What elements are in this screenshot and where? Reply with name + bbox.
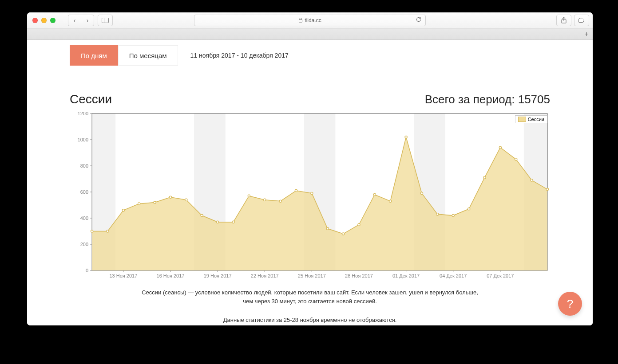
tab-by-days[interactable]: По дням xyxy=(70,45,118,66)
tabs-icon xyxy=(578,17,585,23)
svg-text:25 Ноя 2017: 25 Ноя 2017 xyxy=(298,273,326,278)
svg-point-28 xyxy=(122,209,124,211)
sessions-chart: 02004006008001000120013 Ноя 201716 Ноя 2… xyxy=(70,112,550,280)
svg-point-55 xyxy=(546,188,548,191)
plus-icon: + xyxy=(584,30,588,38)
share-icon xyxy=(561,17,567,24)
svg-point-43 xyxy=(358,223,360,226)
svg-point-37 xyxy=(264,199,266,201)
svg-text:01 Дек 2017: 01 Дек 2017 xyxy=(392,273,420,278)
granularity-tabs: По дням По месяцам 11 ноября 2017 - 10 д… xyxy=(70,45,550,66)
svg-point-51 xyxy=(483,176,486,179)
chart-total: Всего за период: 15705 xyxy=(425,93,550,106)
address-url: tilda.cc xyxy=(305,17,321,23)
svg-point-47 xyxy=(420,192,423,194)
svg-point-49 xyxy=(452,215,454,217)
svg-text:1000: 1000 xyxy=(78,137,89,142)
svg-point-52 xyxy=(499,146,501,149)
svg-point-32 xyxy=(185,199,187,201)
back-button[interactable]: ‹ xyxy=(68,15,81,26)
svg-point-45 xyxy=(389,200,392,202)
svg-rect-2 xyxy=(299,20,302,22)
chart-title: Сессии xyxy=(70,92,112,106)
legend-label: Сессии xyxy=(528,117,544,122)
svg-text:22 Ноя 2017: 22 Ноя 2017 xyxy=(251,273,279,278)
reload-button[interactable] xyxy=(416,16,422,24)
address-bar[interactable]: tilda.cc xyxy=(194,15,426,26)
svg-point-35 xyxy=(232,221,234,223)
svg-point-34 xyxy=(216,221,218,223)
svg-point-50 xyxy=(468,208,470,210)
svg-point-53 xyxy=(515,158,517,160)
sidebar-toggle-button[interactable] xyxy=(98,15,113,26)
svg-point-30 xyxy=(154,201,156,204)
svg-point-46 xyxy=(405,136,407,138)
svg-text:0: 0 xyxy=(86,268,88,273)
svg-text:04 Дек 2017: 04 Дек 2017 xyxy=(440,273,467,278)
lock-icon xyxy=(298,17,303,24)
share-button[interactable] xyxy=(556,15,571,26)
svg-point-31 xyxy=(169,196,171,198)
svg-point-29 xyxy=(138,203,140,205)
svg-point-41 xyxy=(326,227,329,230)
svg-text:07 Дек 2017: 07 Дек 2017 xyxy=(487,273,514,278)
svg-rect-0 xyxy=(102,18,109,23)
browser-window: ‹ › tilda.cc xyxy=(27,12,593,325)
zoom-window-button[interactable] xyxy=(50,18,55,23)
svg-text:800: 800 xyxy=(80,163,88,168)
date-range-label: 11 ноября 2017 - 10 декабря 2017 xyxy=(190,52,289,59)
svg-point-42 xyxy=(342,233,344,235)
new-tab-button[interactable]: + xyxy=(580,29,593,39)
nav-buttons: ‹ › xyxy=(68,15,94,26)
chevron-left-icon: ‹ xyxy=(74,17,76,24)
window-controls xyxy=(32,18,55,23)
minimize-window-button[interactable] xyxy=(41,18,47,23)
svg-point-33 xyxy=(201,215,203,217)
svg-point-54 xyxy=(531,179,533,181)
forward-button[interactable]: › xyxy=(81,15,94,26)
svg-point-36 xyxy=(248,195,250,197)
svg-point-44 xyxy=(373,193,376,196)
chart-warning: Данные статистики за 25-28 ноября времен… xyxy=(70,317,550,323)
reload-icon xyxy=(416,16,422,23)
svg-text:16 Ноя 2017: 16 Ноя 2017 xyxy=(157,273,185,278)
chart-legend: Сессии xyxy=(515,115,547,123)
svg-text:400: 400 xyxy=(80,215,88,221)
sidebar-icon xyxy=(102,18,109,23)
svg-point-40 xyxy=(311,192,313,194)
help-button[interactable]: ? xyxy=(558,292,582,316)
svg-point-26 xyxy=(91,230,93,232)
chevron-right-icon: › xyxy=(87,17,89,24)
svg-point-48 xyxy=(436,213,439,215)
titlebar: ‹ › tilda.cc xyxy=(27,12,593,29)
svg-rect-5 xyxy=(579,19,583,23)
legend-swatch xyxy=(518,117,526,122)
chart-description: Сессии (сеансы) — условное количество лю… xyxy=(141,288,479,306)
tabs-button[interactable] xyxy=(574,15,589,26)
close-window-button[interactable] xyxy=(32,18,38,23)
svg-point-39 xyxy=(295,189,297,192)
svg-text:28 Ноя 2017: 28 Ноя 2017 xyxy=(345,273,373,278)
tab-by-months[interactable]: По месяцам xyxy=(118,45,178,66)
svg-text:13 Ноя 2017: 13 Ноя 2017 xyxy=(109,273,137,278)
tab-strip: + xyxy=(27,29,593,40)
svg-point-38 xyxy=(279,200,281,202)
svg-point-27 xyxy=(107,230,109,232)
svg-text:200: 200 xyxy=(80,242,88,247)
page-content: По дням По месяцам 11 ноября 2017 - 10 д… xyxy=(27,40,593,325)
svg-text:600: 600 xyxy=(80,189,88,195)
svg-text:19 Ноя 2017: 19 Ноя 2017 xyxy=(204,273,232,278)
svg-text:1200: 1200 xyxy=(78,112,89,116)
